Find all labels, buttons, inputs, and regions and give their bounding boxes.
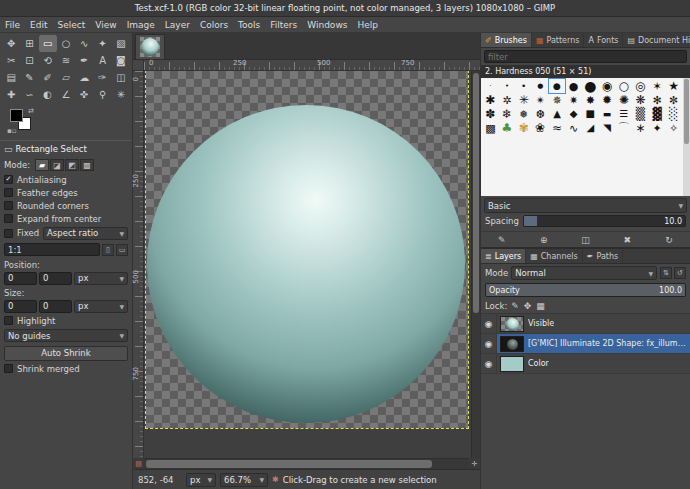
- delete-brush-icon[interactable]: ✖: [618, 233, 636, 246]
- brush-item[interactable]: ◎: [632, 79, 649, 93]
- checkbox-rounded-corners[interactable]: [4, 201, 13, 210]
- status-unit-dropdown[interactable]: px ▼: [186, 473, 216, 487]
- brush-item[interactable]: •: [499, 79, 516, 93]
- layer-row-color[interactable]: ◉Color: [481, 354, 690, 374]
- brush-item[interactable]: ·: [482, 79, 499, 93]
- select-by-color-tool-icon[interactable]: ▧: [112, 35, 130, 52]
- option-shrink-merged[interactable]: Shrink merged: [0, 362, 132, 375]
- brush-item[interactable]: ♣: [499, 121, 516, 135]
- clone-tool-icon[interactable]: ◫: [112, 69, 130, 86]
- spacing-slider[interactable]: 10.0: [523, 215, 686, 227]
- brush-item[interactable]: ✻: [649, 93, 666, 107]
- brush-item[interactable]: ✧: [665, 121, 682, 135]
- mode-add-icon[interactable]: ◪: [50, 159, 64, 171]
- ink-tool-icon[interactable]: ✑: [93, 69, 111, 86]
- navigation-icon[interactable]: ✛: [469, 458, 480, 469]
- gradient-tool-icon[interactable]: ▤: [2, 69, 20, 86]
- refresh-brushes-icon[interactable]: ↻: [660, 233, 678, 246]
- brush-item[interactable]: ▓: [649, 107, 666, 121]
- brush-item[interactable]: ●: [549, 79, 566, 93]
- menu-select[interactable]: Select: [53, 17, 91, 32]
- mode-subtract-icon[interactable]: ◩: [65, 159, 79, 171]
- checkbox-antialiasing[interactable]: ✓: [4, 175, 13, 184]
- option-antialiasing[interactable]: ✓Antialiasing: [0, 173, 132, 186]
- fixed-checkbox[interactable]: [4, 229, 13, 238]
- brush-item[interactable]: ◆: [565, 107, 582, 121]
- default-colors-icon[interactable]: ▪▫: [7, 127, 17, 135]
- brush-item[interactable]: ░: [665, 107, 682, 121]
- menu-colors[interactable]: Colors: [195, 17, 233, 32]
- horizontal-scrollbar[interactable]: [144, 458, 469, 469]
- eraser-tool-icon[interactable]: ▱: [57, 69, 75, 86]
- brush-item[interactable]: ★: [665, 79, 682, 93]
- menu-view[interactable]: View: [90, 17, 121, 32]
- brush-item[interactable]: ◥: [599, 121, 616, 135]
- checkbox-feather-edges[interactable]: [4, 188, 13, 197]
- brush-item[interactable]: ✹: [599, 93, 616, 107]
- menu-layer[interactable]: Layer: [160, 17, 195, 32]
- move-tool-icon[interactable]: ✥: [2, 35, 20, 52]
- position-x-input[interactable]: 0: [4, 272, 37, 285]
- tab-brushes[interactable]: ✐Brushes: [481, 33, 532, 47]
- brush-grid-scrollbar-thumb[interactable]: [684, 79, 689, 144]
- measure-tool-icon[interactable]: ∠: [57, 86, 75, 103]
- brush-item[interactable]: ●: [532, 79, 549, 93]
- layer-mode-dropdown[interactable]: Normal ▼: [511, 266, 657, 280]
- warp-transform-tool-icon[interactable]: ≋: [57, 52, 75, 69]
- aspect-ratio-input[interactable]: [4, 243, 100, 256]
- menu-help[interactable]: Help: [352, 17, 383, 32]
- brush-item[interactable]: ▬: [599, 107, 616, 121]
- auto-shrink-button[interactable]: Auto Shrink: [4, 346, 128, 361]
- option-fixed[interactable]: Fixed Aspect ratio ▼: [0, 225, 132, 241]
- brush-item[interactable]: ❅: [515, 107, 532, 121]
- lock-alpha-icon[interactable]: ▦: [536, 301, 545, 311]
- brush-item[interactable]: ✵: [549, 93, 566, 107]
- zoom-tool-icon[interactable]: ⚲: [93, 86, 111, 103]
- brush-filter-input[interactable]: [484, 50, 687, 63]
- brush-item[interactable]: ○: [615, 79, 632, 93]
- heal-tool-icon[interactable]: ✚: [2, 86, 20, 103]
- brush-item[interactable]: ✳: [515, 93, 532, 107]
- guides-dropdown[interactable]: No guides ▼: [4, 329, 128, 342]
- paths-tool-icon[interactable]: ✒: [75, 52, 93, 69]
- vertical-scrollbar-thumb[interactable]: [473, 73, 479, 313]
- ellipse-select-tool-icon[interactable]: ○: [57, 35, 75, 52]
- brush-item[interactable]: ⌒: [615, 121, 632, 135]
- opacity-slider[interactable]: Opacity 100.0: [485, 283, 686, 297]
- menu-tools[interactable]: Tools: [233, 17, 265, 32]
- brush-item[interactable]: ❆: [532, 107, 549, 121]
- menu-filters[interactable]: Filters: [265, 17, 302, 32]
- layer-row-visible[interactable]: ◉Visible: [481, 314, 690, 334]
- ruler-vertical[interactable]: 0250500750: [133, 71, 144, 458]
- layer-main[interactable]: Visible: [497, 314, 690, 333]
- brush-item[interactable]: ✶: [649, 79, 666, 93]
- brush-item[interactable]: ●: [565, 79, 582, 93]
- layer-main[interactable]: [G'MIC] Illuminate 2D Shape: fx_illumina…: [497, 334, 690, 353]
- checkbox-expand-from-center[interactable]: [4, 214, 13, 223]
- dodge-burn-tool-icon[interactable]: ◐: [39, 86, 57, 103]
- paintbrush-tool-icon[interactable]: ✐: [39, 69, 57, 86]
- brush-item[interactable]: ✽: [482, 107, 499, 121]
- menu-edit[interactable]: Edit: [25, 17, 52, 32]
- transform-tool-icon[interactable]: ⟲: [39, 52, 57, 69]
- quick-mask-toggle[interactable]: ▨: [133, 458, 144, 469]
- visibility-eye-icon[interactable]: ◉: [481, 334, 497, 353]
- image-tab[interactable]: [135, 34, 165, 59]
- brush-item[interactable]: ▲: [549, 107, 566, 121]
- brush-item[interactable]: ❄: [499, 107, 516, 121]
- layer-main[interactable]: Color: [497, 354, 690, 373]
- brush-item[interactable]: ∗: [632, 121, 649, 135]
- brush-item[interactable]: ✦: [649, 121, 666, 135]
- bucket-fill-tool-icon[interactable]: ◙: [112, 52, 130, 69]
- option-feather-edges[interactable]: Feather edges: [0, 186, 132, 199]
- brush-item[interactable]: ✴: [532, 93, 549, 107]
- brush-item[interactable]: ◉: [599, 79, 616, 93]
- image-layer-boundary[interactable]: [146, 71, 468, 428]
- brush-grid-scrollbar[interactable]: [683, 78, 690, 196]
- brush-item[interactable]: ✼: [665, 93, 682, 107]
- brush-item[interactable]: ✲: [499, 93, 516, 107]
- option-rounded-corners[interactable]: Rounded corners: [0, 199, 132, 212]
- brush-item[interactable]: ✱: [482, 93, 499, 107]
- swap-colors-icon[interactable]: ⇄: [28, 107, 34, 115]
- text-tool-icon[interactable]: A: [93, 52, 111, 69]
